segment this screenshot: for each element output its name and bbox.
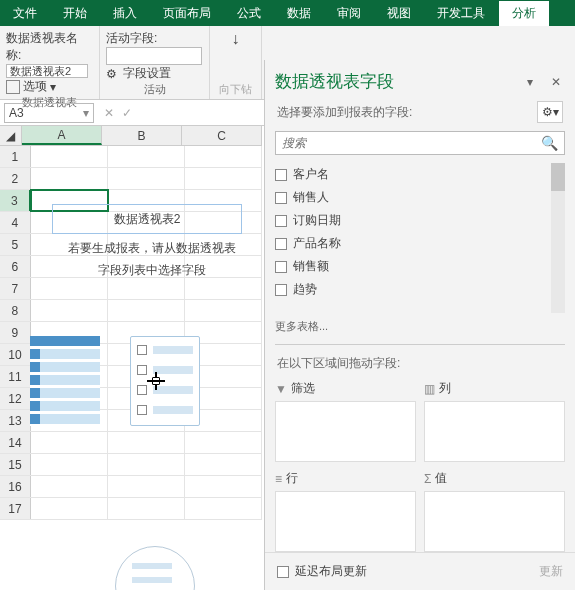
cell[interactable] xyxy=(31,498,108,519)
row-header[interactable]: 8 xyxy=(0,300,31,321)
search-icon: 🔍 xyxy=(541,135,558,151)
pivot-illustration-bubble xyxy=(115,546,195,590)
row-header[interactable]: 11 xyxy=(0,366,31,387)
update-button[interactable]: 更新 xyxy=(539,563,563,580)
cell[interactable] xyxy=(185,168,262,189)
pane-close-icon[interactable]: ✕ xyxy=(547,73,565,91)
row-header[interactable]: 2 xyxy=(0,168,31,189)
cell[interactable] xyxy=(108,476,185,497)
row-header[interactable]: 4 xyxy=(0,212,31,233)
col-header[interactable]: A xyxy=(22,126,102,145)
tab-分析[interactable]: 分析 xyxy=(498,0,550,26)
fieldsettings-button[interactable]: ⚙字段设置 xyxy=(106,65,203,82)
cell[interactable] xyxy=(185,300,262,321)
cell[interactable] xyxy=(31,432,108,453)
row-header[interactable]: 9 xyxy=(0,322,31,343)
field-checkbox[interactable] xyxy=(275,169,287,181)
pivot-hint: 若要生成报表，请从数据透视表字段列表中选择字段 xyxy=(42,238,262,281)
cell[interactable] xyxy=(108,454,185,475)
cell[interactable] xyxy=(31,300,108,321)
ptname-input[interactable] xyxy=(6,64,88,78)
tab-视图[interactable]: 视图 xyxy=(374,0,424,26)
pivot-fields-pane: 数据透视表字段 ▾ ✕ 选择要添加到报表的字段: ⚙▾ 🔍 客户名销售人订购日期… xyxy=(264,60,575,590)
cell[interactable] xyxy=(108,146,185,167)
field-search-input[interactable] xyxy=(282,136,541,150)
options-button[interactable]: 选项▾ xyxy=(6,78,93,95)
tab-开始[interactable]: 开始 xyxy=(50,0,100,26)
row-header[interactable]: 10 xyxy=(0,344,31,365)
cell[interactable] xyxy=(108,300,185,321)
zone-filter[interactable] xyxy=(275,401,416,462)
zone-cols-header: ▥ 列 xyxy=(424,380,565,401)
field-item[interactable]: 客户名 xyxy=(275,163,565,186)
drilldown-button[interactable]: 向下钻 xyxy=(219,82,252,97)
tab-公式[interactable]: 公式 xyxy=(224,0,274,26)
row-header[interactable]: 1 xyxy=(0,146,31,167)
ribbon-tabs: 文件开始插入页面布局公式数据审阅视图开发工具分析 xyxy=(0,0,575,26)
field-search[interactable]: 🔍 xyxy=(275,131,565,155)
cell[interactable] xyxy=(185,454,262,475)
cell[interactable] xyxy=(185,146,262,167)
field-checkbox[interactable] xyxy=(275,284,287,296)
zone-vals-header: Σ 值 xyxy=(424,470,565,491)
cell[interactable] xyxy=(108,168,185,189)
tab-页面布局[interactable]: 页面布局 xyxy=(150,0,224,26)
cell[interactable] xyxy=(31,454,108,475)
row-header[interactable]: 13 xyxy=(0,410,31,431)
worksheet-grid[interactable]: ◢ ABC 1234567891011121314151617 数据透视表2 若… xyxy=(0,126,262,520)
col-header[interactable]: B xyxy=(102,126,182,145)
more-tables-link[interactable]: 更多表格... xyxy=(275,319,565,334)
name-box[interactable]: A3▾ xyxy=(4,103,94,123)
cell[interactable] xyxy=(31,168,108,189)
zone-cols[interactable] xyxy=(424,401,565,462)
pane-settings-button[interactable]: ⚙▾ xyxy=(537,101,563,123)
row-header[interactable]: 5 xyxy=(0,234,31,255)
field-checkbox[interactable] xyxy=(275,192,287,204)
cell[interactable] xyxy=(31,146,108,167)
cell[interactable] xyxy=(185,476,262,497)
fx-ok[interactable]: ✓ xyxy=(122,106,132,120)
row-header[interactable]: 15 xyxy=(0,454,31,475)
zone-vals[interactable] xyxy=(424,491,565,552)
tab-审阅[interactable]: 审阅 xyxy=(324,0,374,26)
cell[interactable] xyxy=(108,498,185,519)
row-header[interactable]: 3 xyxy=(0,190,31,211)
fx-cancel[interactable]: ✕ xyxy=(104,106,114,120)
field-item[interactable]: 销售人 xyxy=(275,186,565,209)
row-header[interactable]: 6 xyxy=(0,256,31,277)
tab-开发工具[interactable]: 开发工具 xyxy=(424,0,498,26)
pane-dropdown-icon[interactable]: ▾ xyxy=(521,73,539,91)
cell[interactable] xyxy=(185,498,262,519)
row-header[interactable]: 16 xyxy=(0,476,31,497)
activefield-label: 活动字段: xyxy=(106,30,203,47)
field-item[interactable]: 销售额 xyxy=(275,255,565,278)
select-all-triangle[interactable]: ◢ xyxy=(0,126,22,145)
row-header[interactable]: 7 xyxy=(0,278,31,299)
field-checkbox[interactable] xyxy=(275,261,287,273)
field-item[interactable]: 产品名称 xyxy=(275,232,565,255)
col-header[interactable]: C xyxy=(182,126,262,145)
field-item[interactable]: 订购日期 xyxy=(275,209,565,232)
tab-插入[interactable]: 插入 xyxy=(100,0,150,26)
zone-rows-header: ≡ 行 xyxy=(275,470,416,491)
activefield-input[interactable] xyxy=(106,47,202,65)
row-header[interactable]: 12 xyxy=(0,388,31,409)
cell[interactable] xyxy=(108,432,185,453)
zone-filter-header: ▼ 筛选 xyxy=(275,380,416,401)
cell[interactable] xyxy=(185,432,262,453)
row-header[interactable]: 17 xyxy=(0,498,31,519)
tab-文件[interactable]: 文件 xyxy=(0,0,50,26)
defer-checkbox[interactable] xyxy=(277,566,289,578)
zone-instructions: 在以下区域间拖动字段: xyxy=(265,355,575,380)
field-checkbox[interactable] xyxy=(275,215,287,227)
row-header[interactable]: 14 xyxy=(0,432,31,453)
group-activefield: 活动 xyxy=(106,82,203,97)
pane-subtitle: 选择要添加到报表的字段: xyxy=(277,104,537,121)
tab-数据[interactable]: 数据 xyxy=(274,0,324,26)
field-item[interactable]: 趋势 xyxy=(275,278,565,301)
pane-title: 数据透视表字段 xyxy=(275,70,513,93)
zone-rows[interactable] xyxy=(275,491,416,552)
field-checkbox[interactable] xyxy=(275,238,287,250)
cell[interactable] xyxy=(31,476,108,497)
field-scrollbar[interactable] xyxy=(551,163,565,313)
